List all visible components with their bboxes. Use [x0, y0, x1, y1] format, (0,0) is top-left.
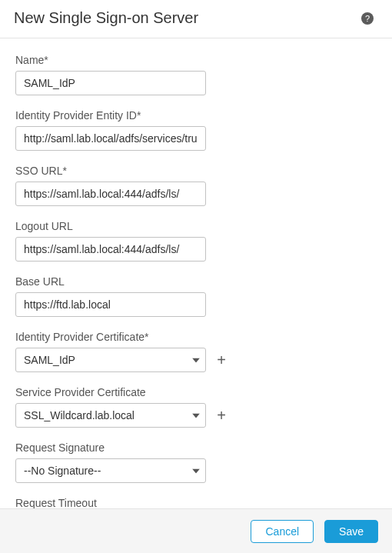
dialog-title: New Single Sign-on Server — [14, 9, 198, 27]
label-sp-cert: Service Provider Certificate — [15, 386, 377, 398]
save-button[interactable]: Save — [324, 520, 378, 543]
field-logout-url: Logout URL — [15, 220, 377, 262]
logout-url-input[interactable] — [15, 237, 206, 262]
label-sso-url: SSO URL* — [15, 165, 377, 177]
label-idp-cert: Identity Provider Certificate* — [15, 331, 377, 343]
idp-cert-select[interactable]: SAML_IdP — [15, 348, 206, 372]
base-url-input[interactable] — [15, 292, 206, 317]
label-name: Name* — [15, 54, 377, 66]
cancel-button[interactable]: Cancel — [251, 520, 314, 543]
label-request-signature: Request Signature — [15, 441, 377, 454]
sp-cert-select[interactable]: SSL_Wildcard.lab.local — [15, 403, 206, 428]
add-sp-cert-button[interactable]: + — [212, 406, 231, 425]
sso-url-input[interactable] — [15, 182, 206, 206]
label-logout-url: Logout URL — [15, 220, 377, 232]
label-request-timeout: Request Timeout — [15, 497, 377, 509]
help-icon[interactable]: ? — [361, 12, 374, 25]
field-request-signature: Request Signature --No Signature-- — [15, 441, 377, 483]
label-idp-entity-id: Identity Provider Entity ID* — [15, 109, 377, 122]
name-input[interactable] — [15, 71, 206, 95]
request-signature-select[interactable]: --No Signature-- — [15, 458, 206, 483]
dialog-footer: Cancel Save — [0, 508, 392, 553]
field-sp-cert: Service Provider Certificate SSL_Wildcar… — [15, 386, 377, 428]
field-base-url: Base URL — [15, 275, 377, 317]
dialog-header: New Single Sign-on Server ? — [0, 0, 392, 38]
idp-entity-id-input[interactable] — [15, 126, 206, 151]
form-body: Name* Identity Provider Entity ID* SSO U… — [0, 38, 392, 510]
field-name: Name* — [15, 54, 377, 95]
add-idp-cert-button[interactable]: + — [212, 351, 231, 369]
field-sso-url: SSO URL* — [15, 165, 377, 206]
label-base-url: Base URL — [15, 275, 377, 288]
field-idp-cert: Identity Provider Certificate* SAML_IdP … — [15, 331, 377, 372]
field-idp-entity-id: Identity Provider Entity ID* — [15, 109, 377, 151]
